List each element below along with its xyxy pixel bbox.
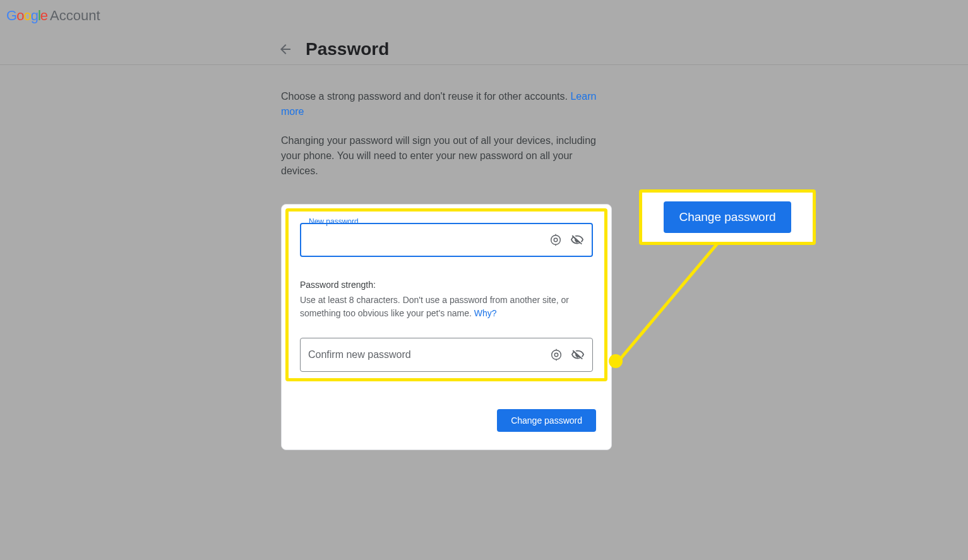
callout-connector-line <box>610 244 736 370</box>
strength-description: Use at least 8 characters. Don't use a p… <box>300 294 593 320</box>
page-title: Password <box>306 39 389 59</box>
visibility-off-icon[interactable] <box>570 233 584 247</box>
product-name: Account <box>50 8 100 24</box>
password-card: New password Password strength: Use at l… <box>281 204 612 450</box>
main-content: Choose a strong password and don't reuse… <box>281 89 612 450</box>
confirm-password-field-wrap <box>300 338 593 372</box>
description-text: Changing your password will sign you out… <box>281 133 612 179</box>
header-divider <box>0 64 968 65</box>
svg-line-4 <box>616 244 717 364</box>
title-bar: Password <box>278 39 968 59</box>
strength-label: Password strength: <box>300 280 593 290</box>
google-logo: Google <box>6 8 47 24</box>
password-strength-section: Password strength: Use at least 8 charac… <box>300 280 593 320</box>
svg-point-0 <box>551 235 561 245</box>
highlighted-inputs: New password Password strength: Use at l… <box>285 208 607 381</box>
svg-point-1 <box>554 238 558 242</box>
visibility-off-icon[interactable] <box>571 348 585 362</box>
new-password-input[interactable] <box>309 234 541 246</box>
intro-copy: Choose a strong password and don't reuse… <box>281 91 570 102</box>
new-password-field-wrap: New password <box>300 223 593 257</box>
callout-box: Change password <box>639 189 816 245</box>
change-password-button[interactable]: Change password <box>497 409 596 432</box>
svg-point-3 <box>554 353 558 357</box>
callout-change-password-button[interactable]: Change password <box>664 201 791 233</box>
back-arrow-icon[interactable] <box>278 42 293 57</box>
callout-anchor-dot <box>609 354 623 368</box>
svg-point-2 <box>552 350 561 360</box>
suggest-password-icon[interactable] <box>549 348 563 362</box>
strength-copy: Use at least 8 characters. Don't use a p… <box>300 295 569 318</box>
new-password-outline <box>300 223 593 257</box>
intro-text: Choose a strong password and don't reuse… <box>281 89 612 119</box>
app-header: Google Account <box>0 0 968 32</box>
why-link[interactable]: Why? <box>474 308 497 318</box>
card-footer: Change password <box>285 381 607 446</box>
suggest-password-icon[interactable] <box>549 233 563 247</box>
confirm-password-input[interactable] <box>308 349 542 360</box>
confirm-password-outline <box>300 338 593 372</box>
